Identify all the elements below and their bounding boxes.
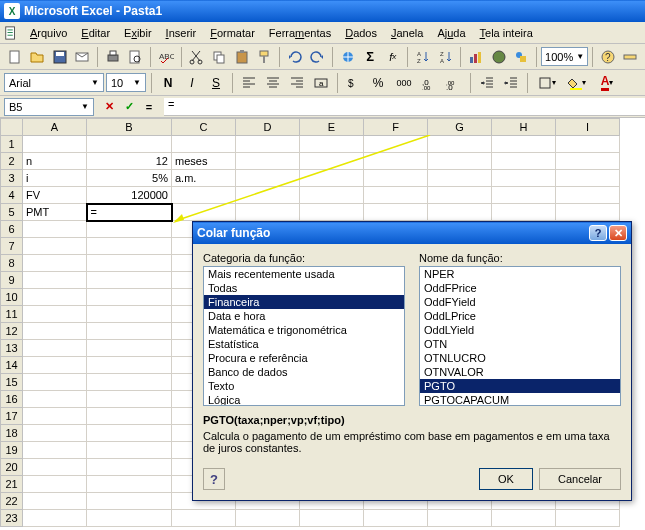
cell-G3[interactable] — [428, 170, 492, 187]
cell-F5[interactable] — [364, 204, 428, 221]
cell-A17[interactable] — [23, 408, 87, 425]
menu-formatar[interactable]: Formatar — [204, 25, 261, 41]
accept-formula-icon[interactable]: ✓ — [120, 98, 138, 116]
cell-G1[interactable] — [428, 136, 492, 153]
cell-D3[interactable] — [236, 170, 300, 187]
cell-C1[interactable] — [172, 136, 236, 153]
row-header-23[interactable]: 23 — [1, 510, 23, 527]
merge-center-icon[interactable]: a — [310, 72, 332, 94]
italic-button[interactable]: I — [181, 72, 203, 94]
cell-D23[interactable] — [236, 510, 300, 527]
cell-B17[interactable] — [87, 408, 172, 425]
cell-H5[interactable] — [492, 204, 556, 221]
row-header-1[interactable]: 1 — [1, 136, 23, 153]
sort-desc-icon[interactable]: ZA — [435, 46, 457, 68]
ruler-icon[interactable] — [620, 46, 642, 68]
row-header-7[interactable]: 7 — [1, 238, 23, 255]
cell-B16[interactable] — [87, 391, 172, 408]
spellcheck-icon[interactable]: ABC — [155, 46, 177, 68]
category-item[interactable]: Mais recentemente usada — [204, 267, 404, 281]
cell-B7[interactable] — [87, 238, 172, 255]
category-item[interactable]: Estatística — [204, 337, 404, 351]
autosum-icon[interactable]: Σ — [359, 46, 381, 68]
cell-A1[interactable] — [23, 136, 87, 153]
menu-ferramentas[interactable]: Ferramentas — [263, 25, 337, 41]
function-listbox[interactable]: NPEROddFPriceOddFYieldOddLPriceOddLYield… — [419, 266, 621, 406]
menu-inserir[interactable]: Inserir — [160, 25, 203, 41]
chart-icon[interactable] — [465, 46, 487, 68]
edit-formula-icon[interactable]: = — [140, 98, 158, 116]
cell-A6[interactable] — [23, 221, 87, 238]
cell-A21[interactable] — [23, 476, 87, 493]
cell-A5[interactable]: PMT — [23, 204, 87, 221]
category-item[interactable]: Financeira — [204, 295, 404, 309]
cell-A18[interactable] — [23, 425, 87, 442]
cell-B13[interactable] — [87, 340, 172, 357]
percent-icon[interactable]: % — [367, 72, 389, 94]
category-item[interactable]: Matemática e trigonométrica — [204, 323, 404, 337]
print-icon[interactable] — [102, 46, 124, 68]
align-left-icon[interactable] — [238, 72, 260, 94]
cell-C5[interactable] — [172, 204, 236, 221]
menu-janela[interactable]: Janela — [385, 25, 429, 41]
cell-A10[interactable] — [23, 289, 87, 306]
col-header-A[interactable]: A — [23, 119, 87, 136]
cell-A7[interactable] — [23, 238, 87, 255]
cell-I23[interactable] — [556, 510, 620, 527]
cell-B2[interactable]: 12 — [87, 153, 172, 170]
function-item[interactable]: OTNVALOR — [420, 365, 620, 379]
cell-F3[interactable] — [364, 170, 428, 187]
function-item[interactable]: OddLPrice — [420, 309, 620, 323]
cell-B18[interactable] — [87, 425, 172, 442]
cell-A14[interactable] — [23, 357, 87, 374]
cell-B5[interactable]: = — [87, 204, 172, 221]
cell-G5[interactable] — [428, 204, 492, 221]
redo-icon[interactable] — [306, 46, 328, 68]
cell-I1[interactable] — [556, 136, 620, 153]
email-icon[interactable] — [72, 46, 94, 68]
cancel-formula-icon[interactable]: ✕ — [100, 98, 118, 116]
cell-B8[interactable] — [87, 255, 172, 272]
function-item[interactable]: OddLYield — [420, 323, 620, 337]
col-header-D[interactable]: D — [236, 119, 300, 136]
cell-E1[interactable] — [300, 136, 364, 153]
menu-tela-inteira[interactable]: Tela inteira — [474, 25, 539, 41]
function-item[interactable]: PGTOCAPACUM — [420, 393, 620, 406]
cell-A16[interactable] — [23, 391, 87, 408]
dialog-help-icon[interactable]: ? — [589, 225, 607, 241]
ok-button[interactable]: OK — [479, 468, 533, 490]
align-right-icon[interactable] — [286, 72, 308, 94]
cell-H4[interactable] — [492, 187, 556, 204]
cell-I4[interactable] — [556, 187, 620, 204]
cell-A22[interactable] — [23, 493, 87, 510]
help-icon[interactable]: ? — [597, 46, 619, 68]
menu-exibir[interactable]: Exibir — [118, 25, 158, 41]
cell-D5[interactable] — [236, 204, 300, 221]
cell-D4[interactable] — [236, 187, 300, 204]
cell-A20[interactable] — [23, 459, 87, 476]
borders-icon[interactable]: ▾ — [533, 72, 561, 94]
cell-A12[interactable] — [23, 323, 87, 340]
cell-C4[interactable] — [172, 187, 236, 204]
underline-button[interactable]: S — [205, 72, 227, 94]
cell-B10[interactable] — [87, 289, 172, 306]
row-header-16[interactable]: 16 — [1, 391, 23, 408]
category-item[interactable]: Procura e referência — [204, 351, 404, 365]
cell-H23[interactable] — [492, 510, 556, 527]
cell-I3[interactable] — [556, 170, 620, 187]
cell-A19[interactable] — [23, 442, 87, 459]
cell-F23[interactable] — [364, 510, 428, 527]
function-item[interactable]: OddFYield — [420, 295, 620, 309]
dialog-help-button[interactable]: ? — [203, 468, 225, 490]
increase-indent-icon[interactable] — [500, 72, 522, 94]
row-header-3[interactable]: 3 — [1, 170, 23, 187]
col-header-I[interactable]: I — [556, 119, 620, 136]
function-icon[interactable]: fx — [382, 46, 404, 68]
row-header-8[interactable]: 8 — [1, 255, 23, 272]
fill-color-icon[interactable]: ▾ — [563, 72, 591, 94]
category-item[interactable]: Banco de dados — [204, 365, 404, 379]
menu-editar[interactable]: Editar — [75, 25, 116, 41]
font-color-icon[interactable]: A▾ — [593, 72, 621, 94]
cell-A8[interactable] — [23, 255, 87, 272]
cell-A9[interactable] — [23, 272, 87, 289]
